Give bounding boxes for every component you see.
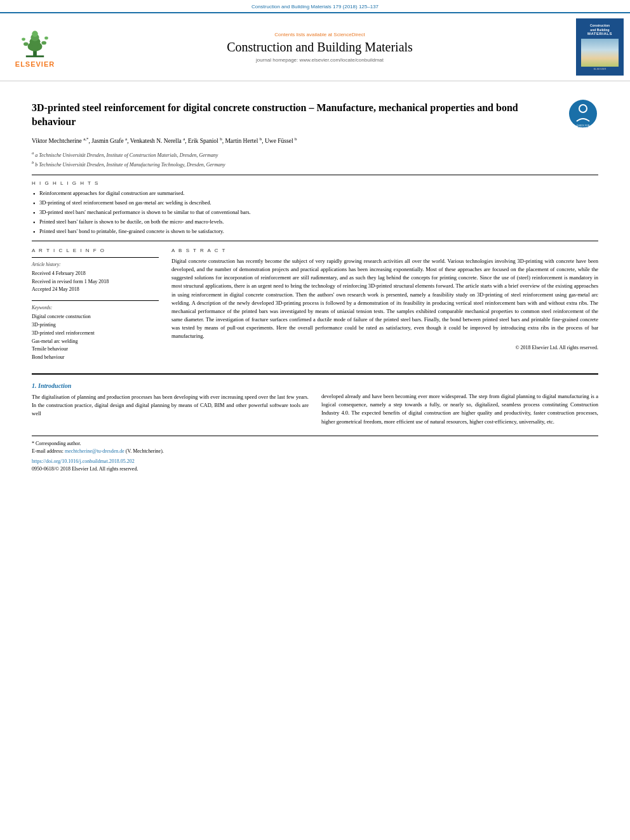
journal-reference-top: Construction and Building Materials 179 … xyxy=(0,0,630,12)
keyword-4: Gas-metal arc welding xyxy=(32,338,159,346)
keywords-label: Keywords: xyxy=(32,305,159,310)
article-info-abstract-section: A R T I C L E I N F O Article history: R… xyxy=(32,248,598,362)
cover-title-line1: Construction xyxy=(590,23,610,27)
keyword-3: 3D-printed steel reinforcement xyxy=(32,330,159,338)
affiliations: a a Technische Universität Dresden, Inst… xyxy=(32,150,598,168)
intro-text-col1: The digitalisation of planning and produ… xyxy=(32,393,309,418)
highlight-item: Printed steel bars' failure is shown to … xyxy=(32,218,598,226)
received-date: Received 4 February 2018 xyxy=(32,270,159,278)
keywords-text: Digital concrete construction 3D-printin… xyxy=(32,313,159,362)
intro-left-col: 1. Introduction The digitalisation of pl… xyxy=(32,382,309,426)
header-center: Contents lists available at ScienceDirec… xyxy=(70,32,570,63)
svg-point-5 xyxy=(32,31,37,37)
abstract-label: A B S T R A C T xyxy=(171,248,598,253)
article-history-label: Article history: xyxy=(32,262,159,267)
article-history-block: Article history: Received 4 February 201… xyxy=(32,257,159,294)
svg-point-7 xyxy=(41,41,46,45)
abstract-text: Digital concrete construction has recent… xyxy=(171,257,598,341)
cover-title-line3: MATERIALS xyxy=(587,32,612,36)
footnotes-section: * Corresponding author. E-mail address: … xyxy=(32,436,598,473)
doi-line: https://doi.org/10.1016/j.conbuildmat.20… xyxy=(32,458,598,465)
sciencedirect-notice: Contents lists available at ScienceDirec… xyxy=(70,32,570,37)
intro-heading: 1. Introduction xyxy=(32,382,309,389)
svg-point-10 xyxy=(569,100,597,128)
keyword-5: Tensile behaviour xyxy=(32,345,159,354)
keyword-6: Bond behaviour xyxy=(32,354,159,362)
intro-right-col: developed already and have been becoming… xyxy=(321,382,598,426)
email-suffix: (V. Mechtcherine). xyxy=(126,448,164,454)
email-label: E-mail address: xyxy=(32,448,64,454)
elsevier-logo: ELSEVIER xyxy=(6,26,64,68)
highlight-item: Printed steel bars' bond to printable, f… xyxy=(32,228,598,236)
doi-link: https://doi.org/10.1016/j.conbuildmat.20… xyxy=(32,458,135,464)
affiliation-b: b b Technische Universität Dresden, Inst… xyxy=(32,159,598,169)
article-history-text: Received 4 February 2018 Received in rev… xyxy=(32,270,159,294)
introduction-two-col: 1. Introduction The digitalisation of pl… xyxy=(32,382,598,426)
elsevier-tree-icon xyxy=(13,26,57,59)
elsevier-wordmark: ELSEVIER xyxy=(15,60,55,68)
contents-available-text: Contents lists available at xyxy=(274,32,332,37)
corresponding-note: * Corresponding author. xyxy=(32,440,598,448)
revised-date: Received in revised form 1 May 2018 xyxy=(32,278,159,286)
sciencedirect-name: ScienceDirect xyxy=(333,32,365,37)
highlight-item: Reinforcement approaches for digital con… xyxy=(32,190,598,197)
highlights-title: H I G H L I G H T S xyxy=(32,180,598,186)
svg-point-6 xyxy=(23,43,29,46)
keyword-1: Digital concrete construction xyxy=(32,313,159,321)
email-line: E-mail address: mechtcherine@tu-dresden.… xyxy=(32,448,598,455)
check-for-updates-badge: check for CHECK FOR UPDATES xyxy=(568,98,598,129)
intro-text-col2: developed already and have been becoming… xyxy=(321,392,598,426)
journal-cover: Construction and Building MATERIALS ELSE… xyxy=(576,18,624,76)
journal-homepage: journal homepage: www.elsevier.com/locat… xyxy=(70,57,570,63)
keywords-block: Keywords: Digital concrete construction … xyxy=(32,300,159,362)
svg-text:UPDATES: UPDATES xyxy=(579,127,587,130)
journal-ref-text: Construction and Building Materials 179 … xyxy=(251,4,379,10)
keyword-2: 3D-printing xyxy=(32,321,159,330)
affiliation-a: a a Technische Universität Dresden, Inst… xyxy=(32,150,598,159)
accepted-date: Accepted 24 May 2018 xyxy=(32,286,159,294)
svg-rect-1 xyxy=(26,55,44,57)
main-content: 3D-printed steel reinforcement for digit… xyxy=(0,81,630,479)
introduction-section: 1. Introduction The digitalisation of pl… xyxy=(32,373,598,426)
svg-point-9 xyxy=(44,37,48,40)
journal-title-header: Construction and Building Materials xyxy=(70,40,570,55)
cover-title-line2: and Building xyxy=(590,28,609,32)
article-info-label: A R T I C L E I N F O xyxy=(32,248,159,253)
divider-article-info xyxy=(32,241,598,241)
email-address: mechtcherine@tu-dresden.de xyxy=(65,448,124,454)
issn-line: 0950-0618/© 2018 Elsevier Ltd. All right… xyxy=(32,465,598,473)
highlight-item: 3D-printed steel bars' mechanical perfor… xyxy=(32,209,598,217)
highlights-list: Reinforcement approaches for digital con… xyxy=(32,190,598,235)
svg-point-8 xyxy=(22,37,25,41)
abstract-column: A B S T R A C T Digital concrete constru… xyxy=(171,248,598,362)
article-info-column: A R T I C L E I N F O Article history: R… xyxy=(32,248,159,362)
authors-line: Viktor Mechtcherine a,*, Jasmin Grafe a,… xyxy=(32,136,598,146)
highlights-section: H I G H L I G H T S Reinforcement approa… xyxy=(32,180,598,235)
highlight-item: 3D-printing of steel reinforcement based… xyxy=(32,199,598,207)
article-title: 3D-printed steel reinforcement for digit… xyxy=(32,101,560,130)
divider-highlights xyxy=(32,175,598,175)
header-bar: ELSEVIER Contents lists available at Sci… xyxy=(0,12,630,81)
copyright-line: © 2018 Elsevier Ltd. All rights reserved… xyxy=(171,345,598,350)
